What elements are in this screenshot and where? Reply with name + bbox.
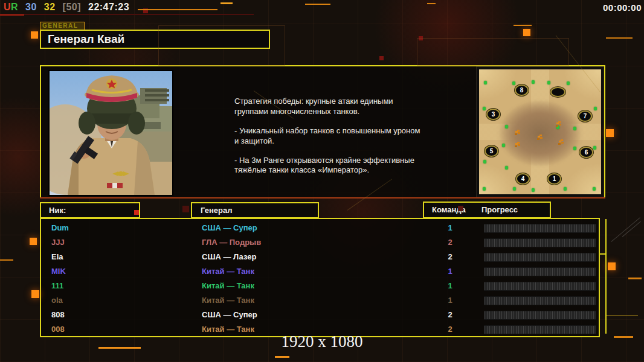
start-position-8: 8 (515, 84, 529, 96)
stat-yellow: 32 (44, 2, 56, 12)
decor-dash (614, 336, 633, 338)
player-general: Китай — Танк (202, 293, 254, 308)
player-table-body: Dum США — Супер 1 JJJ ГЛА — Подрыв 2 Ela… (40, 218, 600, 337)
table-row: 111 Китай — Танк 1 (41, 279, 599, 293)
map-tech-dot (556, 125, 559, 129)
column-header-general: Генерал (191, 202, 319, 218)
table-row: ola Китай — Танк 1 (41, 293, 599, 308)
map-tech-dot (594, 107, 597, 110)
start-position-3: 3 (486, 109, 500, 120)
player-team: 1 (441, 279, 459, 293)
progress-bar (484, 224, 596, 233)
player-team: 2 (441, 308, 459, 322)
decor-outline-box (158, 25, 285, 66)
map-tech-dot (547, 81, 550, 84)
decor-dash (514, 25, 532, 26)
start-position-6: 6 (579, 147, 593, 158)
progress-bar (484, 253, 596, 262)
decor-square (606, 129, 614, 137)
progress-bar (484, 238, 596, 247)
map-tech-dot (593, 146, 596, 150)
map-tech-dot (483, 160, 486, 164)
decor-square (523, 29, 530, 36)
decor-square-red (379, 56, 384, 60)
description-paragraph: - Уникальный набор танков с повышенным у… (234, 126, 440, 147)
player-team: 1 (441, 293, 459, 308)
decor-dash (606, 37, 633, 39)
table-row: Ela США — Лазер 2 (41, 250, 599, 264)
column-header-progress: Прогресс (481, 203, 518, 217)
map-tech-dot (483, 107, 486, 110)
stat-max: [50] (63, 2, 81, 12)
player-team: 1 (441, 264, 459, 279)
map-tech-dot (505, 125, 508, 129)
decor-bracket (605, 219, 607, 334)
top-divider (0, 14, 254, 15)
start-position-5: 5 (485, 145, 498, 157)
player-nick: Dum (51, 221, 69, 235)
map-tech-dot (502, 144, 505, 147)
map-supply-pile (515, 143, 518, 145)
map-tech-dot (573, 127, 576, 130)
map-tech-dot (532, 80, 535, 84)
player-nick: ola (51, 293, 63, 308)
column-header-nick: Ник: (40, 202, 140, 218)
decor-dash (0, 259, 13, 261)
map-tech-dot (505, 166, 508, 170)
progress-bar (484, 296, 596, 305)
map-tech-dot (564, 187, 567, 191)
top-status-bar: UR 30 32 [50] 22:47:23 (4, 2, 134, 13)
decor-dash (427, 3, 436, 4)
map-tech-dot (573, 147, 576, 150)
loading-screen: UR 30 32 [50] 22:47:23 00:00:00 GENERAL … (0, 0, 644, 362)
table-row: Dum США — Супер 1 (41, 221, 599, 235)
table-row: JJJ ГЛА — Подрыв 2 (41, 235, 599, 250)
player-team: 1 (441, 221, 459, 235)
column-header-team-progress: Команда Прогресс (423, 202, 551, 218)
map-tech-dot (532, 188, 535, 192)
decor-square-red (458, 206, 463, 211)
player-general: Китай — Танк (202, 279, 254, 293)
player-general: США — Лазер (202, 250, 256, 264)
map-supply-pile (538, 136, 540, 138)
progress-bar (484, 282, 596, 291)
stat-ur-u: U (4, 2, 11, 12)
decor-line (607, 316, 638, 316)
decor-dash (275, 356, 289, 358)
decor-square-red (134, 210, 139, 215)
map-supply-pile (556, 122, 559, 124)
resolution-label: 1920 x 1080 (0, 332, 644, 351)
decor-dash (305, 4, 330, 5)
player-team: 2 (441, 235, 459, 250)
stat-blue: 30 (25, 2, 37, 12)
decor-square (31, 31, 38, 39)
decor-square (608, 262, 616, 270)
progress-bar (484, 267, 596, 276)
player-nick: Ela (51, 250, 63, 264)
map-tech-dot (593, 187, 596, 191)
minimap: 8375641 (477, 67, 604, 197)
general-badge: GENERAL (40, 22, 85, 30)
player-general: ГЛА — Подрыв (202, 235, 261, 250)
map-tech-dot (512, 81, 515, 85)
player-nick: 808 (51, 308, 65, 322)
match-timer: 00:00:00 (603, 2, 642, 13)
map-tech-dot (483, 187, 486, 191)
player-nick: JJJ (51, 235, 65, 250)
player-team: 2 (441, 250, 459, 264)
start-position-1: 1 (547, 173, 561, 185)
decor-dash (221, 2, 233, 4)
general-portrait (48, 70, 173, 196)
player-nick: MIK (51, 264, 66, 279)
player-general: Китай — Танк (202, 264, 254, 279)
start-position-4: 4 (516, 173, 530, 185)
decor-line (600, 253, 605, 255)
map-supply-pile (559, 141, 561, 142)
map-supply-pile (515, 131, 518, 133)
map-marker (550, 87, 565, 97)
map-tech-dot (513, 187, 516, 191)
decor-dash (628, 278, 642, 279)
start-position-7: 7 (578, 110, 592, 122)
decor-dash (138, 9, 217, 10)
player-nick: 111 (51, 279, 63, 293)
